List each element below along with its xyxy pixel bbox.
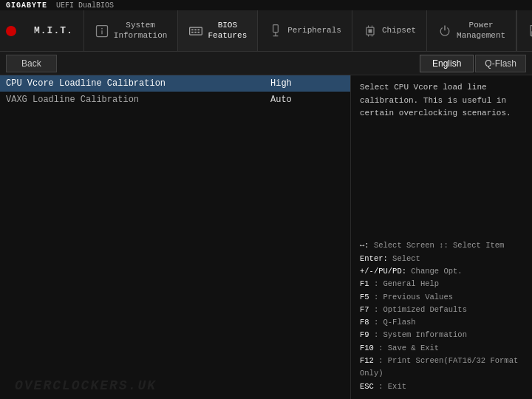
shortcut-key-1: Enter: — [360, 254, 388, 263]
shortcut-line-0: ↔: Select Screen ↕: Select Item — [360, 239, 523, 252]
shortcut-line-5: F7 : Optimized Defaults — [360, 304, 523, 316]
nav-power-line2: Management — [457, 31, 505, 41]
help-panel: Select CPU Vcore load line calibration. … — [351, 75, 532, 399]
menu-list: CPU Vcore Loadline CalibrationHighVAXG L… — [0, 75, 350, 108]
menu-row-value-0: High — [270, 78, 344, 89]
nav-mit[interactable]: M.I.T. — [24, 10, 84, 51]
svg-rect-7 — [192, 31, 194, 33]
shortcut-desc-0: Select Screen ↕: Select Item — [369, 241, 505, 250]
shortcut-key-10: ESC — [360, 382, 374, 391]
navbar: M.I.T. System Information BIOS Features — [0, 10, 532, 52]
shortcut-line-9: F12 : Print Screen(FAT16/32 Format Only) — [360, 355, 523, 381]
back-button[interactable]: Back — [6, 55, 57, 72]
shortcut-desc-5: : Optimized Defaults — [369, 305, 467, 314]
power-icon — [437, 24, 452, 38]
svg-rect-6 — [198, 29, 200, 30]
shortcut-line-10: ESC : Exit — [360, 381, 523, 393]
shortcut-key-3: F1 — [360, 279, 369, 288]
menu-row-1[interactable]: VAXG Loadline CalibrationAuto — [0, 92, 350, 108]
nav-system-information[interactable]: System Information — [84, 10, 179, 51]
menu-panel: CPU Vcore Loadline CalibrationHighVAXG L… — [0, 75, 351, 399]
menu-row-label-0: CPU Vcore Loadline Calibration — [6, 78, 270, 89]
peripherals-icon — [268, 24, 283, 38]
nav-save-exit[interactable]: Save & Exit — [516, 10, 532, 51]
nav-peripherals[interactable]: Peripherals — [258, 10, 352, 51]
svg-rect-4 — [192, 29, 194, 30]
svg-rect-10 — [273, 24, 279, 32]
actionbar: Back English Q-Flash — [0, 52, 532, 75]
help-description: Select CPU Vcore load line calibration. … — [360, 81, 523, 120]
svg-point-2 — [101, 27, 103, 29]
menu-row-value-1: Auto — [270, 95, 344, 105]
qflash-button[interactable]: Q-Flash — [475, 55, 526, 72]
nav-chipset-label: Chipset — [382, 26, 416, 35]
main-area: CPU Vcore Loadline CalibrationHighVAXG L… — [0, 75, 532, 399]
menu-row-label-1: VAXG Loadline Calibration — [6, 95, 270, 105]
shortcut-line-7: F9 : System Information — [360, 329, 523, 341]
shortcut-line-6: F8 : Q-Flash — [360, 316, 523, 329]
shortcut-line-8: F10 : Save & Exit — [360, 342, 523, 355]
shortcut-desc-10: : Exit — [374, 382, 406, 391]
bios-label: UEFI DualBIOS — [56, 1, 114, 10]
shortcut-desc-3: : General Help — [369, 279, 440, 288]
svg-rect-14 — [368, 29, 372, 33]
nav-system-info-line2: Information — [114, 31, 168, 41]
shortcut-desc-4: : Previous Values — [369, 293, 453, 301]
shortcut-line-4: F5 : Previous Values — [360, 291, 523, 304]
shortcut-key-6: F8 — [360, 318, 369, 327]
svg-rect-3 — [190, 27, 202, 35]
nav-chipset[interactable]: Chipset — [352, 10, 427, 51]
nav-bios-line1: BIOS — [208, 21, 247, 30]
shortcut-line-2: +/-/PU/PD: Change Opt. — [360, 265, 523, 278]
shortcut-desc-7: : System Information — [369, 330, 467, 339]
shortcut-key-2: +/-/PU/PD: — [360, 267, 406, 276]
shortcut-desc-9: : Print Screen(FAT16/32 Format Only) — [360, 356, 518, 378]
shortcut-line-1: Enter: Select — [360, 253, 523, 265]
shortcut-desc-6: : Q-Flash — [369, 318, 416, 327]
gigabyte-logo — [6, 26, 16, 36]
nav-bios-line2: Features — [208, 31, 247, 41]
svg-rect-5 — [195, 29, 197, 30]
shortcut-key-7: F9 — [360, 330, 369, 339]
nav-peripherals-label: Peripherals — [287, 26, 341, 35]
shortcut-key-5: F7 — [360, 305, 369, 314]
shortcut-key-9: F12 — [360, 356, 374, 365]
bios-icon — [188, 24, 203, 38]
nav-power-line1: Power — [457, 21, 505, 30]
svg-rect-8 — [195, 31, 197, 33]
nav-bios-features[interactable]: BIOS Features — [178, 10, 258, 51]
language-button[interactable]: English — [420, 55, 474, 72]
shortcut-desc-2: Change Opt. — [406, 267, 463, 276]
chipset-icon — [363, 24, 378, 38]
shortcut-line-3: F1 : General Help — [360, 278, 523, 290]
shortcut-key-0: ↔: — [360, 241, 369, 250]
info-icon — [95, 24, 109, 38]
shortcut-desc-8: : Save & Exit — [374, 344, 439, 352]
shortcut-key-8: F10 — [360, 344, 374, 352]
menu-row-0[interactable]: CPU Vcore Loadline CalibrationHigh — [0, 75, 350, 92]
nav-system-info-line1: System — [114, 21, 168, 30]
topbar: GIGABYTE UEFI DualBIOS — [0, 0, 532, 10]
brand-label: GIGABYTE — [6, 1, 47, 10]
save-icon — [528, 24, 532, 38]
svg-rect-9 — [198, 31, 200, 33]
shortcut-desc-1: Select — [388, 254, 420, 263]
shortcut-key-4: F5 — [360, 293, 369, 301]
nav-power-management[interactable]: Power Management — [427, 10, 516, 51]
shortcuts-list: ↔: Select Screen ↕: Select ItemEnter: Se… — [360, 239, 523, 393]
